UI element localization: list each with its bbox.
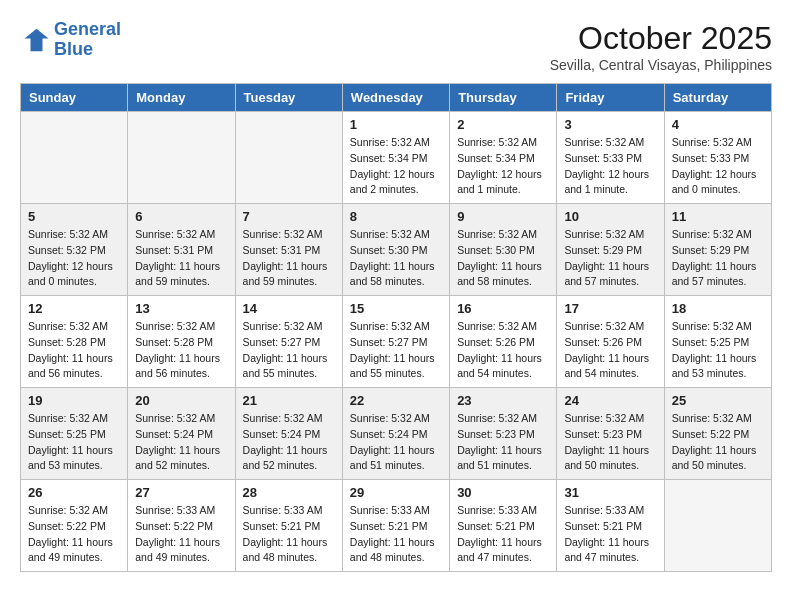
day-number: 16 [457,301,549,316]
weekday-header-saturday: Saturday [664,84,771,112]
calendar-cell: 14Sunrise: 5:32 AMSunset: 5:27 PMDayligh… [235,296,342,388]
day-number: 1 [350,117,442,132]
day-info: Sunrise: 5:32 AMSunset: 5:29 PMDaylight:… [564,227,656,290]
day-number: 11 [672,209,764,224]
day-number: 17 [564,301,656,316]
calendar-cell [664,480,771,572]
day-info: Sunrise: 5:32 AMSunset: 5:31 PMDaylight:… [243,227,335,290]
day-number: 23 [457,393,549,408]
calendar-week-row: 1Sunrise: 5:32 AMSunset: 5:34 PMDaylight… [21,112,772,204]
day-number: 22 [350,393,442,408]
calendar-week-row: 12Sunrise: 5:32 AMSunset: 5:28 PMDayligh… [21,296,772,388]
day-info: Sunrise: 5:32 AMSunset: 5:33 PMDaylight:… [564,135,656,198]
day-number: 3 [564,117,656,132]
calendar-body: 1Sunrise: 5:32 AMSunset: 5:34 PMDaylight… [21,112,772,572]
day-info: Sunrise: 5:32 AMSunset: 5:28 PMDaylight:… [28,319,120,382]
calendar-cell: 5Sunrise: 5:32 AMSunset: 5:32 PMDaylight… [21,204,128,296]
day-number: 19 [28,393,120,408]
day-number: 10 [564,209,656,224]
day-info: Sunrise: 5:32 AMSunset: 5:30 PMDaylight:… [457,227,549,290]
calendar-cell: 27Sunrise: 5:33 AMSunset: 5:22 PMDayligh… [128,480,235,572]
weekday-header-row: SundayMondayTuesdayWednesdayThursdayFrid… [21,84,772,112]
day-info: Sunrise: 5:32 AMSunset: 5:23 PMDaylight:… [564,411,656,474]
calendar-cell: 3Sunrise: 5:32 AMSunset: 5:33 PMDaylight… [557,112,664,204]
day-number: 27 [135,485,227,500]
day-info: Sunrise: 5:32 AMSunset: 5:30 PMDaylight:… [350,227,442,290]
calendar-week-row: 19Sunrise: 5:32 AMSunset: 5:25 PMDayligh… [21,388,772,480]
day-info: Sunrise: 5:32 AMSunset: 5:22 PMDaylight:… [672,411,764,474]
day-number: 14 [243,301,335,316]
weekday-header-thursday: Thursday [450,84,557,112]
location-subtitle: Sevilla, Central Visayas, Philippines [550,57,772,73]
day-number: 2 [457,117,549,132]
weekday-header-tuesday: Tuesday [235,84,342,112]
calendar-week-row: 26Sunrise: 5:32 AMSunset: 5:22 PMDayligh… [21,480,772,572]
day-number: 4 [672,117,764,132]
day-number: 15 [350,301,442,316]
calendar-cell: 4Sunrise: 5:32 AMSunset: 5:33 PMDaylight… [664,112,771,204]
day-number: 18 [672,301,764,316]
day-number: 29 [350,485,442,500]
weekday-header-wednesday: Wednesday [342,84,449,112]
day-info: Sunrise: 5:32 AMSunset: 5:31 PMDaylight:… [135,227,227,290]
day-info: Sunrise: 5:32 AMSunset: 5:25 PMDaylight:… [672,319,764,382]
day-number: 30 [457,485,549,500]
day-number: 8 [350,209,442,224]
calendar-cell: 9Sunrise: 5:32 AMSunset: 5:30 PMDaylight… [450,204,557,296]
day-info: Sunrise: 5:32 AMSunset: 5:34 PMDaylight:… [457,135,549,198]
calendar-cell: 26Sunrise: 5:32 AMSunset: 5:22 PMDayligh… [21,480,128,572]
logo-icon [20,25,50,55]
day-info: Sunrise: 5:32 AMSunset: 5:33 PMDaylight:… [672,135,764,198]
calendar-cell: 20Sunrise: 5:32 AMSunset: 5:24 PMDayligh… [128,388,235,480]
calendar-cell: 12Sunrise: 5:32 AMSunset: 5:28 PMDayligh… [21,296,128,388]
logo: General Blue [20,20,121,60]
calendar-cell: 1Sunrise: 5:32 AMSunset: 5:34 PMDaylight… [342,112,449,204]
day-info: Sunrise: 5:33 AMSunset: 5:21 PMDaylight:… [350,503,442,566]
day-info: Sunrise: 5:32 AMSunset: 5:22 PMDaylight:… [28,503,120,566]
page-header: General Blue October 2025 Sevilla, Centr… [20,20,772,73]
calendar-cell: 2Sunrise: 5:32 AMSunset: 5:34 PMDaylight… [450,112,557,204]
day-number: 25 [672,393,764,408]
calendar-cell: 29Sunrise: 5:33 AMSunset: 5:21 PMDayligh… [342,480,449,572]
calendar-cell: 31Sunrise: 5:33 AMSunset: 5:21 PMDayligh… [557,480,664,572]
logo-text: General Blue [54,20,121,60]
calendar-cell: 25Sunrise: 5:32 AMSunset: 5:22 PMDayligh… [664,388,771,480]
day-number: 31 [564,485,656,500]
day-number: 21 [243,393,335,408]
calendar-cell [128,112,235,204]
day-info: Sunrise: 5:32 AMSunset: 5:26 PMDaylight:… [457,319,549,382]
day-info: Sunrise: 5:33 AMSunset: 5:22 PMDaylight:… [135,503,227,566]
weekday-header-monday: Monday [128,84,235,112]
day-number: 24 [564,393,656,408]
calendar-cell: 22Sunrise: 5:32 AMSunset: 5:24 PMDayligh… [342,388,449,480]
calendar-cell: 28Sunrise: 5:33 AMSunset: 5:21 PMDayligh… [235,480,342,572]
day-number: 6 [135,209,227,224]
calendar-cell: 10Sunrise: 5:32 AMSunset: 5:29 PMDayligh… [557,204,664,296]
weekday-header-sunday: Sunday [21,84,128,112]
calendar-table: SundayMondayTuesdayWednesdayThursdayFrid… [20,83,772,572]
day-info: Sunrise: 5:32 AMSunset: 5:24 PMDaylight:… [243,411,335,474]
calendar-header: SundayMondayTuesdayWednesdayThursdayFrid… [21,84,772,112]
calendar-cell: 8Sunrise: 5:32 AMSunset: 5:30 PMDaylight… [342,204,449,296]
calendar-cell: 18Sunrise: 5:32 AMSunset: 5:25 PMDayligh… [664,296,771,388]
month-title: October 2025 [550,20,772,57]
day-info: Sunrise: 5:32 AMSunset: 5:29 PMDaylight:… [672,227,764,290]
day-info: Sunrise: 5:32 AMSunset: 5:24 PMDaylight:… [350,411,442,474]
calendar-cell: 7Sunrise: 5:32 AMSunset: 5:31 PMDaylight… [235,204,342,296]
calendar-cell: 13Sunrise: 5:32 AMSunset: 5:28 PMDayligh… [128,296,235,388]
calendar-cell: 6Sunrise: 5:32 AMSunset: 5:31 PMDaylight… [128,204,235,296]
svg-marker-0 [25,29,49,52]
calendar-cell: 30Sunrise: 5:33 AMSunset: 5:21 PMDayligh… [450,480,557,572]
calendar-cell [21,112,128,204]
title-block: October 2025 Sevilla, Central Visayas, P… [550,20,772,73]
day-info: Sunrise: 5:32 AMSunset: 5:27 PMDaylight:… [243,319,335,382]
day-info: Sunrise: 5:32 AMSunset: 5:23 PMDaylight:… [457,411,549,474]
calendar-cell: 21Sunrise: 5:32 AMSunset: 5:24 PMDayligh… [235,388,342,480]
weekday-header-friday: Friday [557,84,664,112]
day-number: 7 [243,209,335,224]
calendar-cell [235,112,342,204]
calendar-cell: 24Sunrise: 5:32 AMSunset: 5:23 PMDayligh… [557,388,664,480]
calendar-cell: 16Sunrise: 5:32 AMSunset: 5:26 PMDayligh… [450,296,557,388]
calendar-cell: 15Sunrise: 5:32 AMSunset: 5:27 PMDayligh… [342,296,449,388]
day-info: Sunrise: 5:32 AMSunset: 5:25 PMDaylight:… [28,411,120,474]
